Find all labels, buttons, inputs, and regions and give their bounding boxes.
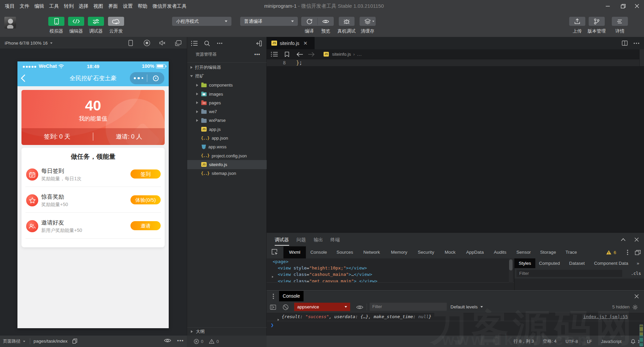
current-line[interactable]: 8 }; bbox=[267, 59, 639, 66]
log-source-link[interactable]: index.js? [sm]:55 bbox=[583, 312, 628, 321]
devtools-tab-audits[interactable]: Audits bbox=[494, 246, 506, 258]
search-button[interactable] bbox=[204, 40, 210, 47]
compile-mode-select[interactable]: 普通编译 bbox=[240, 17, 298, 26]
devtools-tab-wxml[interactable]: Wxml bbox=[283, 246, 306, 258]
remote-debug-button[interactable] bbox=[339, 17, 355, 26]
devtools-tab-memory[interactable]: Memory bbox=[391, 246, 408, 258]
inspect-element-button[interactable] bbox=[272, 249, 278, 257]
debugger-toggle-button[interactable] bbox=[88, 17, 104, 26]
maximize-button[interactable] bbox=[618, 0, 629, 12]
clear-cache-button[interactable] bbox=[360, 17, 376, 26]
wxml-node[interactable]: <page> bbox=[267, 258, 514, 265]
tree-section-project[interactable]: 挖矿 bbox=[187, 72, 267, 81]
notifications[interactable]: 1 bbox=[631, 339, 640, 344]
tree-item-we7[interactable]: we7 bbox=[187, 107, 267, 116]
wxml-node[interactable]: <view class="cashout_maina">…</view> bbox=[267, 271, 514, 278]
tree-item-app-js[interactable]: JSapp.js bbox=[187, 125, 267, 134]
devtools-menu-button[interactable] bbox=[627, 246, 628, 258]
language-mode[interactable]: JavaScript bbox=[601, 339, 622, 344]
rotate-device-button[interactable] bbox=[127, 40, 134, 46]
menu-item[interactable]: 转到 bbox=[61, 0, 76, 12]
collapse-panel-button[interactable] bbox=[621, 233, 626, 246]
nav-back-icon[interactable] bbox=[297, 52, 303, 57]
menu-item[interactable]: 帮助 bbox=[135, 0, 150, 12]
menu-item[interactable]: 工具 bbox=[47, 0, 61, 12]
tab-close-icon[interactable]: ✕ bbox=[303, 40, 308, 46]
toggle-visibility-button[interactable] bbox=[164, 338, 171, 344]
collapse-panel-button[interactable] bbox=[257, 40, 263, 47]
bookmark-icon[interactable] bbox=[285, 52, 289, 57]
editor-toggle-button[interactable] bbox=[68, 17, 84, 26]
tree-item-siteinfo-js[interactable]: JSsiteinfo.js bbox=[187, 160, 267, 169]
cloud-dev-button[interactable] bbox=[108, 17, 124, 26]
tree-item-images[interactable]: images bbox=[187, 90, 267, 98]
log-levels-select[interactable]: Default levels bbox=[450, 301, 483, 312]
editor-scrollbar[interactable] bbox=[640, 49, 644, 66]
console-menu-button[interactable] bbox=[273, 291, 274, 301]
breadcrumb-file[interactable]: siteinfo.js bbox=[332, 52, 351, 57]
devtools-tab-storage[interactable]: Storage bbox=[540, 246, 556, 258]
statusbar-more-button[interactable]: ••• bbox=[177, 336, 184, 347]
live-expression-button[interactable] bbox=[356, 304, 363, 310]
tree-item-components[interactable]: components bbox=[187, 81, 267, 90]
explorer-title-more[interactable]: ••• bbox=[254, 52, 260, 57]
menu-item[interactable]: 视图 bbox=[91, 0, 106, 12]
devtools-tab-trace[interactable]: Trace bbox=[566, 246, 577, 258]
tree-item-project-config-json[interactable]: {..}project.config.json bbox=[187, 151, 267, 160]
menu-item[interactable]: 文件 bbox=[17, 0, 32, 12]
devtools-tab-mock[interactable]: Mock bbox=[445, 246, 455, 258]
warning-badge[interactable]: 6 bbox=[606, 246, 616, 258]
expand-arrow-icon[interactable] bbox=[277, 315, 279, 324]
tree-item-wxparse[interactable]: wxParse bbox=[187, 116, 267, 125]
close-debugger-button[interactable] bbox=[635, 233, 639, 246]
split-editor-icon[interactable] bbox=[622, 41, 628, 46]
outline-section[interactable]: 大纲 bbox=[187, 327, 267, 336]
detail-button[interactable] bbox=[612, 17, 628, 26]
upload-button[interactable] bbox=[569, 17, 585, 26]
list-view-button[interactable] bbox=[191, 40, 198, 47]
menu-item[interactable]: 微信开发者工具 bbox=[150, 0, 189, 12]
wxml-scrollbar-thumb[interactable] bbox=[509, 259, 513, 270]
problems-section[interactable]: 0 0 bbox=[187, 336, 267, 347]
wxml-node[interactable]: <view class="get_caoyua_main"> </view> bbox=[267, 278, 514, 283]
stop-button[interactable] bbox=[144, 40, 150, 46]
page-path-select[interactable]: 页面路径 bbox=[3, 336, 25, 347]
mute-button[interactable] bbox=[159, 40, 166, 46]
panel-tab-problems[interactable]: 问题 bbox=[297, 233, 306, 246]
clear-console-button[interactable] bbox=[282, 304, 289, 310]
sidebar-tab-dataset[interactable]: Dataset bbox=[569, 258, 585, 268]
sidebar-tab-component-data[interactable]: Component Data bbox=[594, 258, 628, 268]
context-select[interactable]: appservice bbox=[294, 303, 350, 311]
editor-more-icon[interactable] bbox=[634, 43, 639, 44]
wxml-node[interactable]: <view style="height:10px;"></view> bbox=[267, 265, 514, 271]
devtools-tab-sensor[interactable]: Sensor bbox=[517, 246, 531, 258]
task-action-button[interactable]: 签到 bbox=[130, 169, 161, 179]
breadcrumb-more[interactable]: ... bbox=[357, 52, 362, 57]
menu-item[interactable]: 界面 bbox=[106, 0, 120, 12]
devtools-tab-sources[interactable]: Sources bbox=[336, 246, 353, 258]
undock-button[interactable] bbox=[635, 246, 641, 258]
cursor-position[interactable]: 行 8，列 3 bbox=[514, 338, 534, 344]
menu-item[interactable]: 设置 bbox=[120, 0, 135, 12]
minimize-button[interactable] bbox=[602, 0, 613, 12]
copy-path-button[interactable] bbox=[72, 339, 77, 345]
panel-tab-debugger[interactable]: 调试器 bbox=[275, 233, 289, 246]
mode-select[interactable]: 小程序模式 bbox=[172, 17, 231, 26]
console-log-row[interactable]: {result: "success", userdata: {…}, make_… bbox=[267, 312, 644, 321]
sidebar-tab-styles[interactable]: Styles bbox=[515, 258, 535, 268]
sidebar-tab-computed[interactable]: Computed bbox=[539, 258, 560, 268]
compile-button[interactable] bbox=[301, 17, 317, 26]
tree-item-sitemap-json[interactable]: {..}sitemap.json bbox=[187, 169, 267, 178]
editor-tab-siteinfo[interactable]: JS siteinfo.js ✕ bbox=[267, 37, 315, 49]
hidden-count[interactable]: 5 hidden bbox=[612, 301, 630, 312]
tree-item-app-json[interactable]: {..}app.json bbox=[187, 134, 267, 142]
devtools-tab-console[interactable]: Console bbox=[310, 246, 327, 258]
simulator-toggle-button[interactable] bbox=[48, 17, 64, 26]
tree-item-app-wxss[interactable]: app.wxss bbox=[187, 143, 267, 151]
avatar[interactable] bbox=[4, 17, 16, 29]
menu-item[interactable]: 编辑 bbox=[32, 0, 47, 12]
tree-item-pages[interactable]: pages bbox=[187, 98, 267, 107]
show-sidebar-button[interactable] bbox=[270, 304, 276, 310]
tree-section-open-editors[interactable]: 打开的编辑器 bbox=[187, 63, 267, 72]
explorer-more-button[interactable] bbox=[216, 40, 223, 47]
